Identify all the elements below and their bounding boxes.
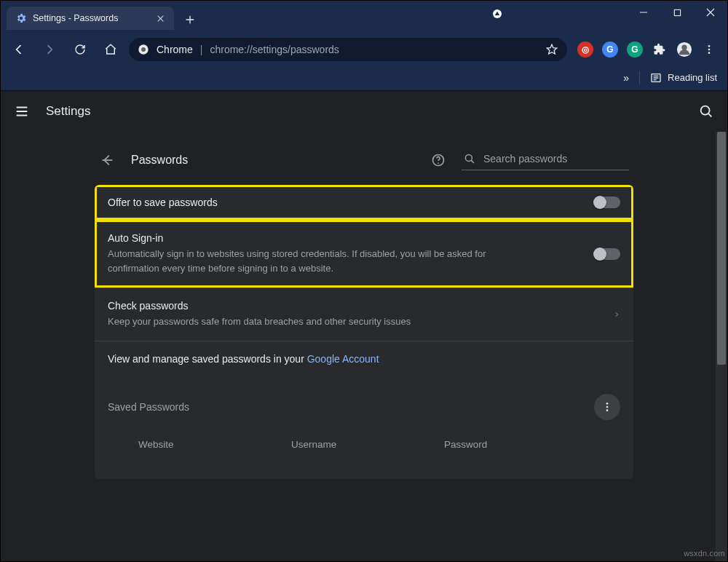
- more-options-button[interactable]: [594, 394, 620, 420]
- menu-icon[interactable]: [14, 103, 30, 119]
- profile-avatar[interactable]: [676, 41, 692, 58]
- help-icon[interactable]: [431, 153, 446, 167]
- auto-signin-toggle[interactable]: [594, 248, 620, 260]
- search-icon[interactable]: [698, 103, 714, 119]
- home-button[interactable]: [98, 37, 123, 62]
- tab-title: Settings - Passwords: [33, 13, 118, 23]
- browser-window: Settings - Passwords: [0, 0, 728, 562]
- back-arrow-icon[interactable]: [99, 152, 115, 168]
- svg-point-12: [438, 162, 439, 164]
- scrollbar[interactable]: [716, 132, 727, 561]
- svg-point-3: [141, 47, 146, 52]
- row-title: Offer to save passwords: [108, 197, 582, 208]
- url-text: chrome://settings/passwords: [210, 44, 538, 55]
- column-username: Username: [291, 439, 444, 450]
- account-indicator-icon[interactable]: [491, 8, 503, 20]
- search-passwords-input[interactable]: Search passwords: [462, 149, 629, 170]
- titlebar: Settings - Passwords: [1, 1, 727, 34]
- saved-passwords-columns: Website Username Password: [95, 424, 633, 479]
- svg-point-6: [708, 45, 711, 47]
- chrome-menu-button[interactable]: [701, 41, 717, 58]
- maximize-button[interactable]: [660, 1, 694, 24]
- settings-card: Offer to save passwords Auto Sign-in Aut…: [95, 185, 633, 479]
- gear-icon: [15, 12, 27, 24]
- row-text: View and manage saved passwords in your …: [108, 353, 620, 365]
- offer-save-passwords-row[interactable]: Offer to save passwords: [95, 185, 633, 220]
- divider: [639, 71, 640, 84]
- extensions-button[interactable]: [652, 41, 668, 58]
- scrollbar-thumb[interactable]: [717, 132, 726, 365]
- auto-signin-row[interactable]: Auto Sign-in Automatically sign in to we…: [95, 220, 633, 288]
- row-title: Check passwords: [108, 300, 601, 312]
- svg-point-8: [708, 52, 711, 54]
- minimize-button[interactable]: [627, 1, 660, 24]
- page-content: Settings Passwords: [1, 91, 727, 561]
- saved-passwords-header: Saved Passwords: [95, 376, 633, 424]
- svg-point-13: [465, 154, 472, 161]
- address-bar[interactable]: Chrome | chrome://settings/passwords: [129, 38, 567, 61]
- panel-header: Passwords Search passwords: [95, 149, 633, 181]
- watermark: wsxdn.com: [684, 549, 725, 558]
- row-subtitle: Automatically sign in to websites using …: [108, 247, 537, 276]
- extension-icon[interactable]: G: [627, 41, 643, 58]
- close-window-button[interactable]: [694, 1, 727, 24]
- column-password: Password: [444, 439, 568, 450]
- svg-point-7: [708, 49, 711, 51]
- url-scheme: Chrome: [157, 44, 193, 55]
- chevron-right-icon: [613, 309, 620, 320]
- search-icon: [463, 152, 476, 165]
- browser-tab[interactable]: Settings - Passwords: [7, 7, 174, 30]
- overflow-icon[interactable]: »: [623, 72, 629, 84]
- app-title: Settings: [46, 104, 90, 119]
- manage-google-account-row: View and manage saved passwords in your …: [95, 341, 633, 376]
- bookmark-star-icon[interactable]: [545, 43, 558, 56]
- window-controls: [627, 1, 727, 24]
- extensions-area: ◎ G G: [573, 41, 721, 58]
- tab-strip: Settings - Passwords: [1, 1, 200, 30]
- site-info-icon[interactable]: [138, 44, 149, 55]
- reading-list-button[interactable]: Reading list: [650, 72, 717, 84]
- row-title: Auto Sign-in: [108, 232, 582, 244]
- extension-icon[interactable]: ◎: [577, 41, 593, 58]
- panel-title: Passwords: [131, 154, 188, 167]
- section-title: Saved Passwords: [108, 401, 189, 413]
- svg-point-15: [606, 406, 609, 408]
- passwords-panel: Passwords Search passwords Offer to save: [95, 132, 633, 479]
- offer-save-toggle[interactable]: [594, 197, 620, 208]
- back-button[interactable]: [7, 37, 31, 62]
- svg-point-14: [606, 403, 609, 405]
- toolbar: Chrome | chrome://settings/passwords ◎ G…: [1, 34, 727, 65]
- column-website: Website: [138, 439, 291, 450]
- check-passwords-row[interactable]: Check passwords Keep your passwords safe…: [95, 288, 633, 341]
- reload-button[interactable]: [68, 37, 92, 62]
- new-tab-button[interactable]: [180, 9, 200, 30]
- svg-point-16: [606, 410, 609, 412]
- settings-header: Settings: [1, 91, 727, 132]
- svg-point-5: [681, 45, 687, 50]
- scroll-area: Passwords Search passwords Offer to save: [1, 132, 727, 561]
- svg-rect-1: [674, 9, 680, 15]
- row-subtitle: Keep your passwords safe from data breac…: [108, 314, 537, 329]
- google-account-link[interactable]: Google Account: [307, 353, 379, 365]
- search-placeholder: Search passwords: [483, 153, 567, 165]
- bookmarks-bar: » Reading list: [1, 65, 727, 91]
- forward-button[interactable]: [37, 37, 62, 62]
- svg-point-10: [701, 106, 710, 115]
- url-separator: |: [200, 44, 203, 55]
- close-icon[interactable]: [156, 14, 165, 23]
- extension-icon[interactable]: G: [602, 41, 618, 58]
